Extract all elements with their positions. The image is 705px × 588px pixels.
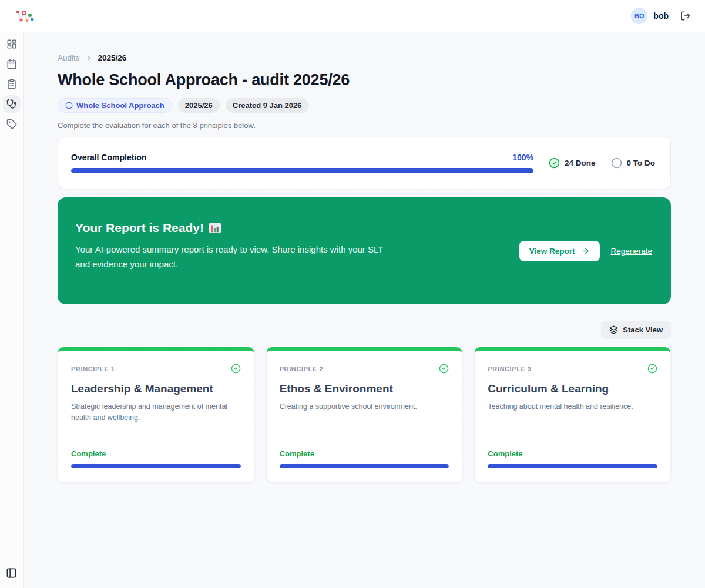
principle-title: Leadership & Management	[71, 382, 241, 395]
badges-row: Whole School Approach 2025/26 Created 9 …	[58, 98, 671, 113]
principle-number-label: PRINCIPLE 1	[71, 365, 115, 372]
sidebar-item-calendar[interactable]	[3, 55, 21, 73]
stack-view-label: Stack View	[623, 325, 663, 334]
avatar-initials: BO	[634, 12, 644, 19]
bar-chart-emoji-glyph	[210, 224, 220, 233]
todo-metric: 0 To Do	[611, 157, 656, 169]
sidebar-item-dashboard[interactable]	[3, 35, 21, 53]
principle-status: Complete	[280, 438, 449, 458]
overall-progress-bar	[71, 168, 533, 173]
calendar-icon	[6, 59, 17, 69]
app-logo[interactable]	[15, 8, 35, 24]
chevron-right-icon	[85, 54, 93, 62]
breadcrumb-current: 2025/26	[98, 53, 127, 62]
framework-badge-label: Whole School Approach	[76, 101, 164, 110]
dashboard-icon	[6, 39, 17, 49]
principle-progress-bar	[71, 464, 241, 468]
principle-number-label: PRINCIPLE 3	[488, 365, 531, 372]
overall-completion-label: Overall Completion	[71, 153, 146, 162]
tag-icon	[6, 119, 17, 129]
banner-body: Your AI-powered summary report is ready …	[75, 243, 392, 272]
sidebar-item-clipboard[interactable]	[3, 75, 21, 93]
principle-progress-fill	[488, 464, 657, 468]
top-header: BO bob	[0, 0, 705, 32]
breadcrumb: Audits 2025/26	[58, 53, 671, 62]
principle-description: Teaching about mental health and resilie…	[488, 401, 657, 412]
check-circle-icon	[647, 364, 657, 374]
principle-description: Creating a supportive school environment…	[280, 401, 449, 412]
stack-view-button[interactable]: Stack View	[601, 321, 671, 339]
banner-text-block: Your Report is Ready! Your AI-powered su…	[75, 221, 392, 281]
view-report-label: View Report	[529, 247, 575, 256]
panel-left-toggle-icon	[6, 567, 17, 579]
done-metric: 24 Done	[549, 157, 596, 169]
done-metric-label: 24 Done	[565, 159, 596, 167]
overall-completion-card: Overall Completion 100% 24 Done	[58, 137, 671, 189]
principle-number-label: PRINCIPLE 2	[280, 365, 323, 372]
stethoscope-icon	[6, 99, 17, 109]
avatar[interactable]: BO	[631, 8, 647, 24]
principle-card-3[interactable]: PRINCIPLE 3 Curriculum & Learning Teachi…	[474, 347, 671, 483]
sidebar-collapse-button[interactable]	[6, 567, 17, 579]
info-icon	[65, 102, 73, 109]
page-title: Whole School Approach - audit 2025/26	[58, 71, 671, 89]
check-circle-icon	[439, 364, 449, 374]
empty-circle-icon	[611, 157, 622, 169]
header-divider	[620, 9, 620, 23]
sidebar	[0, 32, 24, 588]
view-report-button[interactable]: View Report	[519, 241, 600, 261]
regenerate-link[interactable]: Regenerate	[610, 247, 652, 256]
principle-card-2[interactable]: PRINCIPLE 2 Ethos & Environment Creating…	[266, 347, 463, 483]
breadcrumb-audits[interactable]: Audits	[58, 53, 80, 62]
main-content: Audits 2025/26 Whole School Approach - a…	[24, 32, 705, 588]
log-out-icon	[680, 11, 691, 21]
created-badge: Created 9 Jan 2026	[226, 98, 309, 113]
banner-title: Your Report is Ready!	[75, 221, 392, 235]
year-badge: 2025/26	[178, 98, 220, 113]
layers-icon	[609, 325, 618, 334]
principle-progress-fill	[280, 464, 449, 468]
principle-title: Curriculum & Learning	[488, 382, 657, 395]
todo-metric-label: 0 To Do	[627, 159, 656, 167]
banner-title-text: Your Report is Ready!	[75, 221, 204, 235]
principle-card-1[interactable]: PRINCIPLE 1 Leadership & Management Stra…	[58, 347, 254, 483]
user-menu: BO bob	[620, 8, 693, 24]
page-subtitle: Complete the evaluation for each of the …	[58, 121, 671, 130]
zigzag-line-chart-logo-icon	[15, 8, 35, 24]
view-toolbar: Stack View	[58, 321, 671, 339]
principle-status: Complete	[71, 438, 241, 458]
completion-metrics: 24 Done 0 To Do	[549, 157, 657, 169]
overall-percent: 100%	[512, 153, 533, 162]
check-circle-icon	[231, 364, 241, 374]
principle-description: Strategic leadership and management of m…	[71, 401, 241, 424]
bar-chart-emoji	[209, 223, 221, 233]
check-circle-icon	[549, 157, 560, 169]
logout-button[interactable]	[678, 8, 693, 23]
framework-badge: Whole School Approach	[58, 98, 172, 113]
sidebar-item-audits[interactable]	[3, 95, 21, 113]
username: bob	[653, 11, 669, 21]
clipboard-icon	[6, 79, 17, 89]
overall-progress-fill	[71, 168, 533, 173]
principles-grid: PRINCIPLE 1 Leadership & Management Stra…	[58, 347, 671, 483]
principle-title: Ethos & Environment	[280, 382, 449, 395]
sidebar-item-tags[interactable]	[3, 115, 21, 133]
principle-progress-bar	[488, 464, 657, 468]
principle-progress-bar	[280, 464, 449, 468]
sidebar-footer	[0, 560, 24, 588]
overall-progress-section: Overall Completion 100%	[71, 153, 533, 173]
banner-actions: View Report Regenerate	[519, 241, 653, 261]
report-ready-banner: Your Report is Ready! Your AI-powered su…	[58, 197, 671, 304]
arrow-right-icon	[581, 247, 590, 256]
principle-status: Complete	[488, 438, 657, 458]
principle-progress-fill	[71, 464, 241, 468]
